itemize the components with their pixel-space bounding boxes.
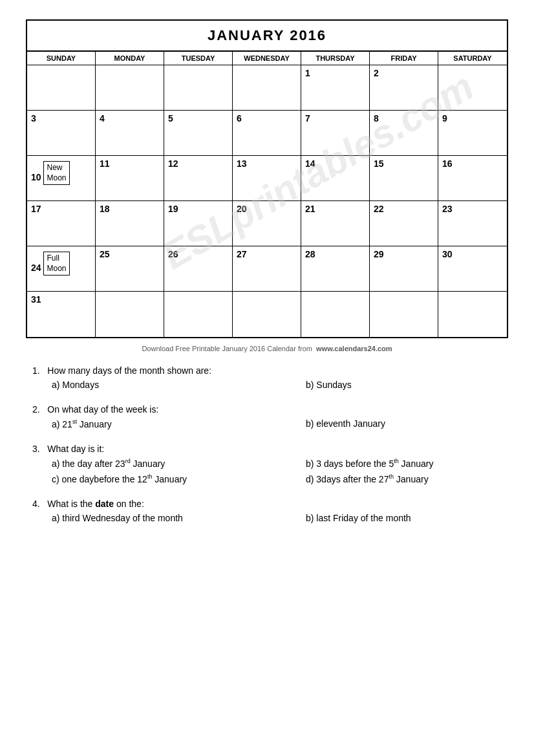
q2-b: b) eleventh January (306, 418, 508, 429)
day-header-saturday: SATURDAY (438, 52, 507, 65)
event-new-moon: NewMoon (43, 161, 69, 185)
cal-cell-21: 21 (301, 201, 370, 246)
cal-cell-w1-sun (27, 65, 96, 111)
question-1-subs: a) Mondays b) Sundays (52, 380, 508, 390)
cal-cell-7: 7 (301, 111, 370, 156)
cal-cell-4: 4 (96, 111, 164, 156)
cal-cell-13: 13 (233, 156, 301, 201)
q2-a: a) 21st January (52, 418, 254, 429)
day-header-sunday: SUNDAY (27, 52, 96, 65)
q3-d: d) 3days after the 27th January (306, 473, 508, 484)
day-header-friday: FRIDAY (370, 52, 438, 65)
question-1-text: 1. How many days of the month shown are: (32, 365, 508, 376)
cal-cell-w1-tue (164, 65, 233, 111)
cal-cell-30: 30 (438, 246, 507, 292)
q3-a: a) the day after 23rd January (52, 458, 254, 469)
question-1-sub-row: a) Mondays b) Sundays (52, 380, 508, 390)
cal-cell-24: 24 FullMoon (27, 246, 96, 292)
cal-cell-20: 20 (233, 201, 301, 246)
question-2-sub-row: a) 21st January b) eleventh January (52, 418, 508, 429)
question-2: 2. On what day of the week is: a) 21st J… (32, 404, 508, 429)
cal-cell-23: 23 (438, 201, 507, 246)
cal-cell-w6-wed (233, 292, 301, 337)
cal-cell-22: 22 (370, 201, 438, 246)
question-3-sub-row-1: a) the day after 23rd January b) 3 days … (52, 458, 508, 469)
question-2-text: 2. On what day of the week is: (32, 404, 508, 415)
day-header-monday: MONDAY (96, 52, 164, 65)
event-full-moon: FullMoon (43, 252, 69, 275)
q3-b: b) 3 days before the 5th January (306, 458, 508, 469)
cal-cell-31: 31 (27, 292, 96, 337)
q1-b: b) Sundays (306, 380, 508, 390)
calendar: JANUARY 2016 SUNDAY MONDAY TUESDAY WEDNE… (26, 19, 508, 338)
cal-cell-10: 10 NewMoon (27, 156, 96, 201)
calendar-title: JANUARY 2016 (27, 21, 507, 52)
attribution: Download Free Printable January 2016 Cal… (26, 345, 508, 352)
cal-cell-15: 15 (370, 156, 438, 201)
cal-cell-19: 19 (164, 201, 233, 246)
question-4-subs: a) third Wednesday of the month b) last … (52, 513, 508, 523)
cal-cell-16: 16 (438, 156, 507, 201)
question-3: 3. What day is it: a) the day after 23rd… (32, 444, 508, 484)
cal-cell-8: 8 (370, 111, 438, 156)
q3-c: c) one daybefore the 12th January (52, 473, 254, 484)
question-3-sub-row-2: c) one daybefore the 12th January d) 3da… (52, 473, 508, 484)
question-3-subs: a) the day after 23rd January b) 3 days … (52, 458, 508, 484)
cal-cell-27: 27 (233, 246, 301, 292)
cal-cell-w6-sat (438, 292, 507, 337)
cal-cell-26: 26 (164, 246, 233, 292)
cal-cell-17: 17 (27, 201, 96, 246)
cal-cell-12: 12 (164, 156, 233, 201)
cal-cell-w6-mon (96, 292, 164, 337)
day-header-wednesday: WEDNESDAY (233, 52, 301, 65)
cal-cell-29: 29 (370, 246, 438, 292)
cal-cell-w6-tue (164, 292, 233, 337)
question-4: 4. What is the date on the: a) third Wed… (32, 499, 508, 523)
cal-cell-28: 28 (301, 246, 370, 292)
question-4-text: 4. What is the date on the: (32, 499, 508, 509)
cal-cell-14: 14 (301, 156, 370, 201)
cal-cell-w1-sat (438, 65, 507, 111)
cal-cell-w1-mon (96, 65, 164, 111)
cal-cell-3: 3 (27, 111, 96, 156)
cal-cell-18: 18 (96, 201, 164, 246)
cal-cell-w1-thu: 1 (301, 65, 370, 111)
questions-section: 1. How many days of the month shown are:… (26, 365, 508, 523)
question-2-subs: a) 21st January b) eleventh January (52, 418, 508, 429)
cal-cell-6: 6 (233, 111, 301, 156)
day-header-thursday: THURSDAY (301, 52, 370, 65)
cal-cell-25: 25 (96, 246, 164, 292)
cal-cell-w1-wed (233, 65, 301, 111)
cal-cell-w6-fri (370, 292, 438, 337)
q1-a: a) Mondays (52, 380, 254, 390)
q4-b: b) last Friday of the month (306, 513, 508, 523)
cal-cell-9: 9 (438, 111, 507, 156)
q4-a: a) third Wednesday of the month (52, 513, 254, 523)
day-header-tuesday: TUESDAY (164, 52, 233, 65)
calendar-grid: SUNDAY MONDAY TUESDAY WEDNESDAY THURSDAY… (27, 52, 507, 337)
question-4-sub-row: a) third Wednesday of the month b) last … (52, 513, 508, 523)
cal-cell-w6-thu (301, 292, 370, 337)
question-3-text: 3. What day is it: (32, 444, 508, 454)
question-1: 1. How many days of the month shown are:… (32, 365, 508, 390)
cal-cell-w1-fri: 2 (370, 65, 438, 111)
cal-cell-5: 5 (164, 111, 233, 156)
cal-cell-11: 11 (96, 156, 164, 201)
